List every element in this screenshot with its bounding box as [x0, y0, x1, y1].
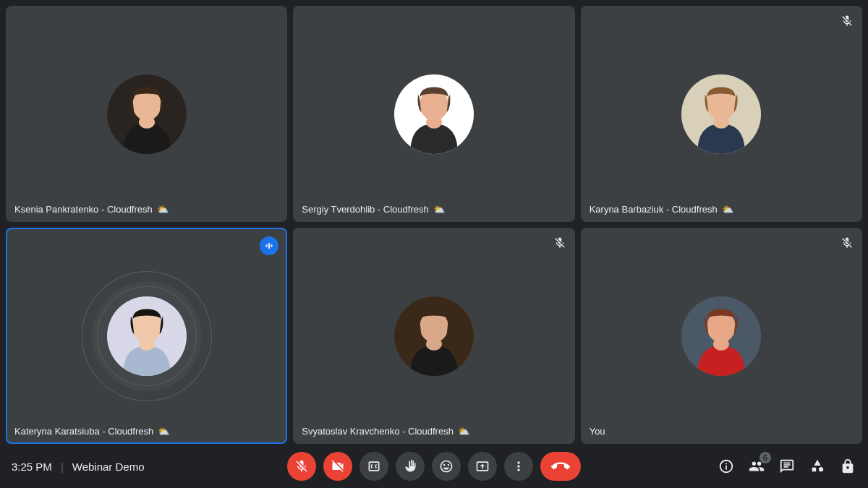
participant-name: Kateryna Karatsiuba - Cloudfresh: [14, 426, 153, 437]
svg-point-5: [426, 116, 442, 129]
svg-point-17: [426, 338, 442, 351]
participant-tile[interactable]: Kateryna Karatsiuba - Cloudfresh⛅: [6, 228, 287, 444]
participant-tile[interactable]: Ksenia Pankratenko - Cloudfresh⛅: [6, 6, 287, 222]
bottom-bar: 3:25 PM | Webinar Demo: [0, 445, 868, 488]
participant-avatar: [681, 74, 761, 154]
more-vert-icon: [511, 459, 526, 474]
svg-rect-12: [266, 244, 268, 247]
emoji-icon: [439, 459, 454, 474]
weather-icon: ⛅: [158, 426, 169, 437]
mute-indicator-icon: [839, 235, 855, 251]
weather-icon: ⛅: [458, 426, 469, 437]
meeting-info[interactable]: 3:25 PM | Webinar Demo: [12, 461, 145, 473]
svg-point-20: [713, 338, 729, 351]
call-end-icon: [551, 457, 570, 476]
participant-name: Karyna Barbaziuk - Cloudfresh: [590, 204, 718, 215]
participant-avatar: [107, 74, 187, 154]
participant-name-label: You: [590, 426, 605, 437]
host-controls-button[interactable]: [839, 458, 856, 475]
weather-icon: ⛅: [157, 204, 169, 215]
meeting-details-button[interactable]: [718, 458, 735, 475]
lock-person-icon: [840, 458, 856, 474]
weather-icon: ⛅: [433, 204, 445, 215]
mute-indicator-icon: [839, 13, 855, 29]
svg-point-11: [139, 338, 155, 351]
svg-rect-13: [268, 243, 270, 249]
participant-count-badge: 6: [760, 452, 771, 463]
participant-name-label: Svyatoslav Kravchenko - Cloudfresh⛅: [302, 426, 469, 437]
svg-point-8: [713, 116, 729, 129]
present-button[interactable]: [468, 452, 497, 481]
participant-name: You: [590, 426, 605, 437]
speaking-indicator-icon: [260, 236, 278, 255]
camera-off-icon: [331, 459, 345, 474]
participant-name: Svyatoslav Kravchenko - Cloudfresh: [302, 426, 454, 437]
participant-avatar: [681, 296, 761, 376]
divider: |: [61, 461, 64, 473]
raise-hand-button[interactable]: [396, 452, 425, 481]
participant-avatar: [107, 296, 187, 376]
participant-name-label: Karyna Barbaziuk - Cloudfresh⛅: [590, 204, 733, 215]
activities-button[interactable]: [809, 458, 826, 475]
participant-name-label: Sergiy Tverdohlib - Cloudfresh⛅: [302, 204, 444, 215]
camera-button[interactable]: [323, 452, 352, 481]
chat-button[interactable]: [778, 458, 796, 475]
chat-icon: [779, 458, 795, 474]
meeting-time: 3:25 PM: [12, 461, 52, 473]
participant-grid: Ksenia Pankratenko - Cloudfresh⛅ Sergiy …: [0, 0, 868, 444]
participant-name-label: Ksenia Pankratenko - Cloudfresh⛅: [14, 204, 169, 215]
participant-avatar: [394, 74, 474, 154]
participant-name-label: Kateryna Karatsiuba - Cloudfresh⛅: [14, 426, 169, 437]
more-options-button[interactable]: [504, 452, 533, 481]
participants-button[interactable]: 6: [748, 458, 765, 475]
participant-name: Ksenia Pankratenko - Cloudfresh: [14, 204, 153, 215]
participant-tile[interactable]: Karyna Barbaziuk - Cloudfresh⛅: [581, 6, 862, 222]
present-icon: [475, 459, 490, 474]
mute-indicator-icon: [552, 235, 568, 251]
participant-avatar: [394, 296, 474, 376]
hand-icon: [403, 459, 417, 474]
right-controls: 6: [718, 458, 856, 475]
emoji-button[interactable]: [432, 452, 461, 481]
mic-off-icon: [294, 459, 309, 474]
shapes-icon: [809, 458, 825, 474]
center-controls: [287, 452, 581, 481]
captions-button[interactable]: [359, 452, 388, 481]
mic-button[interactable]: [287, 452, 316, 481]
participant-tile[interactable]: You: [581, 228, 862, 444]
participant-name: Sergiy Tverdohlib - Cloudfresh: [302, 204, 428, 215]
svg-rect-14: [271, 244, 273, 247]
participant-tile[interactable]: Svyatoslav Kravchenko - Cloudfresh⛅: [293, 228, 574, 444]
info-icon: [718, 458, 734, 474]
weather-icon: ⛅: [722, 204, 733, 215]
participant-tile[interactable]: Sergiy Tverdohlib - Cloudfresh⛅: [293, 6, 574, 222]
meeting-title: Webinar Demo: [72, 461, 145, 473]
svg-point-2: [139, 116, 155, 129]
captions-icon: [367, 459, 381, 474]
end-call-button[interactable]: [540, 452, 581, 481]
